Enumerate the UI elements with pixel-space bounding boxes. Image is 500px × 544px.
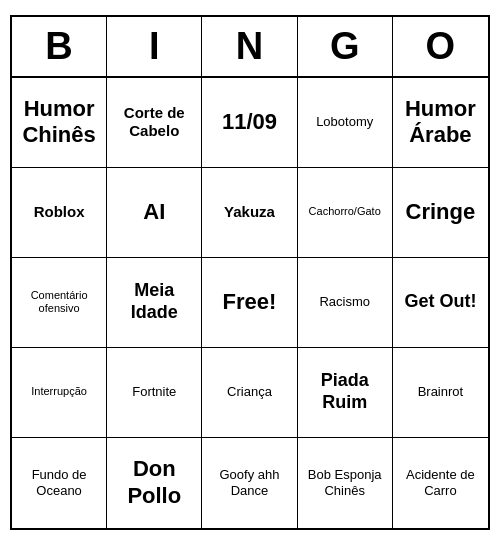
bingo-cell[interactable]: Yakuza [202, 168, 297, 258]
bingo-cell[interactable]: Interrupção [12, 348, 107, 438]
cell-text: Don Pollo [111, 456, 197, 509]
cell-text: Humor Chinês [22, 96, 95, 149]
bingo-grid: Humor ChinêsCorte de Cabelo11/09Lobotomy… [12, 78, 488, 528]
bingo-cell[interactable]: Humor Chinês [12, 78, 107, 168]
bingo-cell[interactable]: Lobotomy [298, 78, 393, 168]
cell-text: Get Out! [404, 291, 476, 313]
cell-text: Humor Árabe [405, 96, 476, 149]
bingo-cell[interactable]: Racismo [298, 258, 393, 348]
bingo-cell[interactable]: Cringe [393, 168, 488, 258]
cell-text: Brainrot [418, 384, 464, 400]
bingo-cell[interactable]: Comentário ofensivo [12, 258, 107, 348]
bingo-cell[interactable]: Meia Idade [107, 258, 202, 348]
bingo-cell[interactable]: Acidente de Carro [393, 438, 488, 528]
header-letter: O [393, 17, 488, 76]
bingo-cell[interactable]: Fortnite [107, 348, 202, 438]
header-letter: G [298, 17, 393, 76]
cell-text: Interrupção [31, 385, 87, 398]
cell-text: Cachorro/Gato [309, 205, 381, 218]
cell-text: Corte de Cabelo [111, 104, 197, 140]
header-letter: B [12, 17, 107, 76]
cell-text: Meia Idade [111, 280, 197, 323]
bingo-cell[interactable]: Corte de Cabelo [107, 78, 202, 168]
bingo-cell[interactable]: Bob Esponja Chinês [298, 438, 393, 528]
bingo-cell[interactable]: Don Pollo [107, 438, 202, 528]
bingo-cell[interactable]: AI [107, 168, 202, 258]
bingo-cell[interactable]: Goofy ahh Dance [202, 438, 297, 528]
cell-text: Piada Ruim [302, 370, 388, 413]
bingo-cell[interactable]: Free! [202, 258, 297, 348]
cell-text: Roblox [34, 203, 85, 221]
cell-text: Racismo [319, 294, 370, 310]
cell-text: Lobotomy [316, 114, 373, 130]
bingo-cell[interactable]: Cachorro/Gato [298, 168, 393, 258]
header-letter: N [202, 17, 297, 76]
bingo-cell[interactable]: Brainrot [393, 348, 488, 438]
bingo-cell[interactable]: Piada Ruim [298, 348, 393, 438]
cell-text: Bob Esponja Chinês [302, 467, 388, 498]
cell-text: AI [143, 199, 165, 225]
header-letter: I [107, 17, 202, 76]
bingo-header: BINGO [12, 17, 488, 78]
bingo-cell[interactable]: Get Out! [393, 258, 488, 348]
cell-text: Fortnite [132, 384, 176, 400]
cell-text: Criança [227, 384, 272, 400]
cell-text: 11/09 [222, 109, 277, 135]
bingo-cell[interactable]: Humor Árabe [393, 78, 488, 168]
cell-text: Goofy ahh Dance [206, 467, 292, 498]
cell-text: Cringe [406, 199, 476, 225]
cell-text: Fundo de Oceano [16, 467, 102, 498]
cell-text: Acidente de Carro [397, 467, 484, 498]
bingo-cell[interactable]: Roblox [12, 168, 107, 258]
bingo-cell[interactable]: Fundo de Oceano [12, 438, 107, 528]
bingo-card: BINGO Humor ChinêsCorte de Cabelo11/09Lo… [10, 15, 490, 530]
cell-text: Free! [223, 289, 277, 315]
cell-text: Comentário ofensivo [16, 289, 102, 315]
cell-text: Yakuza [224, 203, 275, 221]
bingo-cell[interactable]: Criança [202, 348, 297, 438]
bingo-cell[interactable]: 11/09 [202, 78, 297, 168]
